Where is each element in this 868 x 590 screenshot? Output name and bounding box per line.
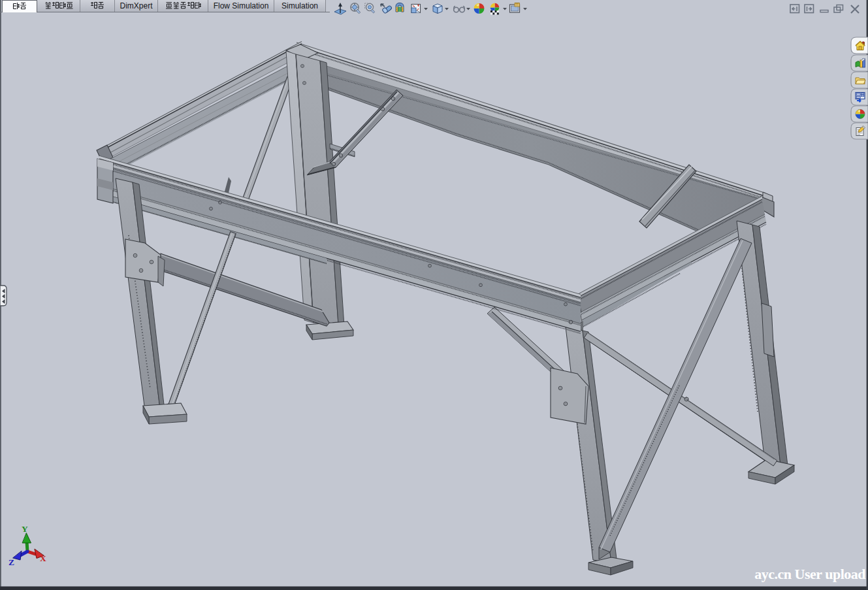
svg-text:Z: Z: [8, 557, 14, 567]
svg-text:Y: Y: [22, 524, 28, 534]
svg-text:X: X: [40, 553, 46, 563]
